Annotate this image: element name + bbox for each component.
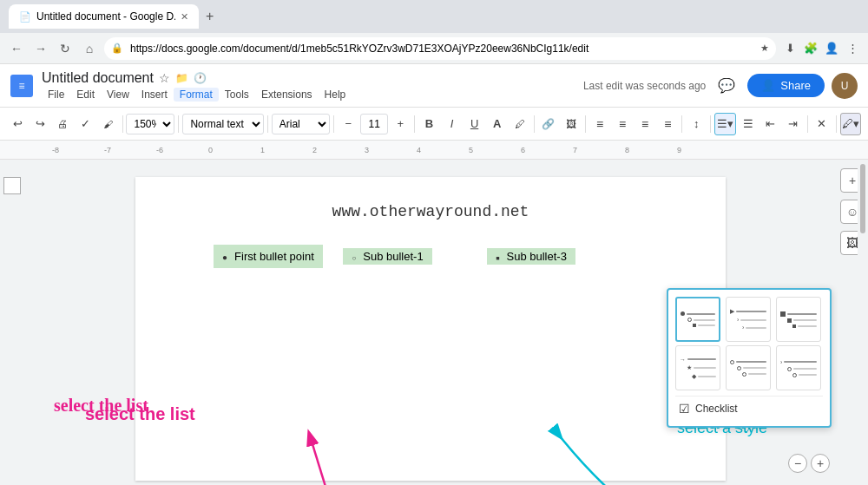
popup-style-filled-circle[interactable] xyxy=(675,297,720,342)
popup-style-arrow-star[interactable]: → ★ ◆ xyxy=(675,345,720,390)
menu-extensions[interactable]: Extensions xyxy=(255,88,319,102)
menu-edit[interactable]: Edit xyxy=(70,88,101,102)
checklist-icon: ☑ xyxy=(679,402,690,416)
indent-decrease-btn[interactable]: ⇤ xyxy=(760,113,781,135)
bullet-list: ● First bullet point ○ Sub bullet-1 xyxy=(222,246,674,266)
docs-menu-bar: File Edit View Insert Format Tools Exten… xyxy=(42,88,352,102)
bullet-list-btn[interactable]: ☰▾ xyxy=(714,113,735,135)
bullet-list-popup: ▶ › › → ★ ◆ › xyxy=(667,288,832,428)
url-input[interactable] xyxy=(104,37,776,60)
comments-btn[interactable]: 💬 xyxy=(713,72,740,100)
insert-image-btn[interactable]: 🖼 xyxy=(561,113,582,135)
highlight-btn[interactable]: 🖊 xyxy=(510,113,530,135)
main-area: www.otherwayround.net ● First bullet poi… xyxy=(0,160,868,485)
docs-header: ≡ Untitled document ☆ 📁 🕐 File Edit View… xyxy=(0,64,868,108)
justify-btn[interactable]: ≡ xyxy=(657,113,678,135)
back-btn[interactable]: ← xyxy=(7,39,26,58)
menu-view[interactable]: View xyxy=(101,88,135,102)
font-select[interactable]: Arial xyxy=(272,114,330,134)
align-left-btn[interactable]: ≡ xyxy=(589,113,610,135)
pen-color-btn[interactable]: 🖊▾ xyxy=(840,113,861,135)
popup-style-chevron[interactable]: › xyxy=(776,345,821,390)
home-btn[interactable]: ⌂ xyxy=(80,39,99,58)
bullet-l1-text: First bullet point xyxy=(234,250,314,263)
active-tab[interactable]: 📄 Untitled document - Google D... ✕ xyxy=(9,4,199,29)
paint-format-btn[interactable]: 🖌 xyxy=(97,113,118,135)
redo-btn[interactable]: ↪ xyxy=(30,113,50,135)
toolbar: ↩ ↪ 🖨 ✓ 🖌 150% Normal text Arial − + B I… xyxy=(0,108,868,141)
settings-icon[interactable]: ⋮ xyxy=(844,40,861,57)
menu-format[interactable]: Format xyxy=(174,88,219,102)
menu-file[interactable]: File xyxy=(42,88,70,102)
page-outline-icon[interactable] xyxy=(3,177,21,194)
style-select[interactable]: Normal text xyxy=(182,114,263,134)
print-btn[interactable]: 🖨 xyxy=(52,113,73,135)
share-icon: 👤 xyxy=(761,79,775,92)
vertical-scrollbar[interactable] xyxy=(858,160,868,485)
doc-page: www.otherwayround.net ● First bullet poi… xyxy=(135,177,726,481)
zoom-out-btn[interactable]: − xyxy=(788,454,807,473)
scrollbar-thumb[interactable] xyxy=(860,164,865,233)
annotations-svg xyxy=(135,177,726,481)
add-icon: + xyxy=(849,174,856,187)
bold-btn[interactable]: B xyxy=(418,113,439,135)
popup-style-square[interactable] xyxy=(776,297,821,342)
text-color-btn[interactable]: A xyxy=(487,113,508,135)
spellcheck-btn[interactable]: ✓ xyxy=(75,113,95,135)
bullet-l3-text: Sub bullet-3 xyxy=(507,250,567,263)
underline-btn[interactable]: U xyxy=(464,113,485,135)
line-spacing-btn[interactable]: ↕ xyxy=(686,113,707,135)
docs-header-right: Last edit was seconds ago 💬 👤 Share U xyxy=(583,72,858,100)
sidebar-left xyxy=(0,160,24,485)
reload-btn[interactable]: ↻ xyxy=(56,39,75,58)
star-icon[interactable]: ☆ xyxy=(159,71,170,85)
popup-style-outline-circle[interactable] xyxy=(726,345,771,390)
document-title[interactable]: Untitled document xyxy=(42,70,154,86)
browser-action-icons: ⬇ 🧩 👤 ⋮ xyxy=(781,40,861,57)
align-right-btn[interactable]: ≡ xyxy=(635,113,655,135)
history-icon[interactable]: 🕐 xyxy=(194,72,207,84)
undo-btn[interactable]: ↩ xyxy=(7,113,28,135)
profile-icon[interactable]: 👤 xyxy=(823,40,840,57)
zoom-in-btn[interactable]: + xyxy=(811,454,830,473)
font-size-decrease-btn[interactable]: − xyxy=(338,113,358,135)
doc-watermark: www.otherwayround.net xyxy=(187,203,674,220)
tab-close-btn[interactable]: ✕ xyxy=(181,11,188,23)
zoom-select[interactable]: 150% xyxy=(126,114,174,134)
align-center-btn[interactable]: ≡ xyxy=(612,113,633,135)
clear-format-btn[interactable]: ✕ xyxy=(812,113,832,135)
italic-btn[interactable]: I xyxy=(441,113,462,135)
user-avatar[interactable]: U xyxy=(832,73,858,99)
downloads-icon[interactable]: ⬇ xyxy=(781,40,799,57)
docs-logo: ≡ xyxy=(10,75,33,97)
ruler: -8 -7 -6 0 1 2 3 4 5 6 7 8 9 xyxy=(0,141,868,160)
tab-title: Untitled document - Google D... xyxy=(36,10,175,23)
extensions-icon[interactable]: 🧩 xyxy=(802,40,819,57)
font-size-input[interactable] xyxy=(360,114,388,134)
forward-btn[interactable]: → xyxy=(31,39,50,58)
address-bar-row: ← → ↻ ⌂ 🔒 ★ ⬇ 🧩 👤 ⋮ xyxy=(0,33,868,64)
docs-title-section: Untitled document ☆ 📁 🕐 File Edit View I… xyxy=(42,70,352,102)
menu-help[interactable]: Help xyxy=(319,88,352,102)
numbered-list-btn[interactable]: ☰ xyxy=(738,113,759,135)
popup-checklist-item[interactable]: ☑ Checklist xyxy=(675,396,823,419)
popup-style-grid: ▶ › › → ★ ◆ › xyxy=(675,297,823,390)
bullet-l2-text: Sub bullet-1 xyxy=(363,250,423,263)
menu-insert[interactable]: Insert xyxy=(135,88,174,102)
menu-tools[interactable]: Tools xyxy=(219,88,255,102)
move-to-icon[interactable]: 📁 xyxy=(175,72,188,84)
emoji-icon: ☺ xyxy=(846,205,858,219)
popup-style-arrow[interactable]: ▶ › › xyxy=(726,297,771,342)
font-size-increase-btn[interactable]: + xyxy=(390,113,411,135)
zoom-controls: − + xyxy=(788,454,830,473)
share-btn[interactable]: 👤 Share xyxy=(747,74,825,97)
share-label: Share xyxy=(780,79,811,92)
svg-line-0 xyxy=(309,433,326,485)
indent-increase-btn[interactable]: ⇥ xyxy=(783,113,804,135)
tab-bar: 📄 Untitled document - Google D... ✕ + xyxy=(0,0,868,33)
image-side-icon: 🖼 xyxy=(846,236,858,250)
browser-chrome: 📄 Untitled document - Google D... ✕ + ← … xyxy=(0,0,868,64)
link-btn[interactable]: 🔗 xyxy=(538,113,559,135)
new-tab-btn[interactable]: + xyxy=(206,9,214,24)
checklist-label: Checklist xyxy=(695,403,738,415)
